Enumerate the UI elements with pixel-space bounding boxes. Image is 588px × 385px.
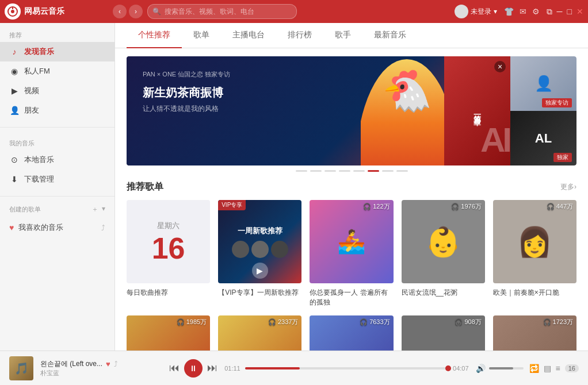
search-input[interactable] — [165, 7, 292, 16]
playlist-count-badge[interactable]: 16 — [565, 364, 579, 372]
player-heart-icon[interactable]: ♥ — [106, 360, 110, 368]
playlist-card-european[interactable]: 🎧 447万 👩 欧美｜前奏脆×开口脆 — [493, 200, 576, 307]
tab-ranking[interactable]: 排行榜 — [276, 23, 323, 48]
progress-fill — [245, 367, 300, 369]
maximize-icon[interactable]: □ — [567, 7, 572, 17]
playlist-card-img-folk: 🎧 1976万 👶 — [402, 200, 485, 283]
player-share-icon[interactable]: ⤴ — [114, 360, 118, 368]
logo-icon — [5, 3, 21, 20]
tab-recommend[interactable]: 个性推荐 — [127, 23, 182, 48]
video-icon: ▶ — [9, 86, 20, 95]
banner-side-top[interactable]: 👤 独家专访 — [510, 56, 576, 111]
playlist-grid-2: 🎧 1985万 🎧 2337万 — [127, 315, 576, 351]
playlist-card-img-daily: 星期六 16 — [127, 200, 210, 283]
user-area[interactable]: 未登录 ▾ — [455, 5, 497, 18]
playlist-card-2-2[interactable]: 🎧 2337万 — [218, 315, 301, 351]
sidebar-item-friends[interactable]: 👤 朋友 — [0, 101, 114, 120]
sidebar-item-download[interactable]: ⬇ 下载管理 — [0, 170, 114, 189]
nav-back-button[interactable]: ‹ — [113, 5, 127, 18]
playlist-card-2-3[interactable]: 🎧 7633万 — [310, 315, 393, 351]
playlist-title-european: 欧美｜前奏脆×开口脆 — [493, 288, 576, 298]
playlist-card-2-5[interactable]: 🎧 1723万 — [493, 315, 576, 351]
tab-latest[interactable]: 最新音乐 — [362, 23, 418, 48]
volume-bar[interactable] — [489, 367, 524, 369]
banner-right-red: 第一篇章 AI — [444, 56, 510, 165]
headphone-icon-4: 🎧 — [177, 318, 185, 326]
banner-dot-8[interactable] — [396, 170, 408, 172]
playlist-card-2-1[interactable]: 🎧 1985万 — [127, 315, 210, 351]
minimize-icon[interactable]: ─ — [557, 7, 563, 17]
headphone-icon-2: 🎧 — [451, 203, 459, 210]
lyrics-icon[interactable]: ≡ — [556, 364, 560, 373]
banner-visual: PAN × ONE 仙国之恋 独家专访 新生奶茶商振博 让人猜不透就是我的风格 … — [127, 56, 510, 165]
banner-close-button[interactable]: × — [494, 61, 506, 72]
download-icon: ⬇ — [9, 175, 20, 184]
play-count-2-5: 🎧 1723万 — [543, 318, 573, 326]
banner-side-bottom[interactable]: AL 独家 — [510, 111, 576, 165]
player-thumbnail: 🎵 — [9, 356, 33, 380]
more-link[interactable]: 更多› — [560, 182, 576, 192]
tab-radio[interactable]: 主播电台 — [221, 23, 276, 48]
vip-play-btn[interactable]: ▶ — [252, 263, 268, 279]
playlist-card-img-lonely: 🎧 122万 🚣 — [310, 200, 393, 283]
sidebar-item-video[interactable]: ▶ 视频 — [0, 81, 114, 101]
search-bar[interactable]: 🔍 — [147, 4, 297, 19]
side-top-person: 👤 — [534, 75, 553, 93]
artist-thumb-2 — [251, 241, 269, 258]
banner-dot-4[interactable] — [339, 170, 350, 172]
main-layout: 推荐 ♪ 发现音乐 ◉ 私人FM ▶ 视频 👤 朋友 我的音乐 ⊙ 本 — [0, 23, 588, 351]
playlist-card-daily[interactable]: 星期六 16 每日歌曲推荐 — [127, 200, 210, 307]
playlist-card-img-2-2: 🎧 2337万 — [218, 315, 301, 351]
app-logo: 网易云音乐 — [5, 3, 108, 20]
playlist-card-folk[interactable]: 🎧 1976万 👶 民谣女流氓__花粥 — [402, 200, 485, 307]
local-music-icon: ⊙ — [9, 155, 20, 164]
add-playlist-icon[interactable]: ＋ — [91, 205, 98, 214]
sidebar-item-local[interactable]: ⊙ 本地音乐 — [0, 150, 114, 170]
volume-icon[interactable]: 🔊 — [476, 364, 486, 373]
player-bar: 🎵 왼손끝에 (Left ove... ♥ ⤴ 朴宝蓝 ⏮ ⏸ ⏭ 01:11 … — [0, 351, 588, 385]
next-button[interactable]: ⏭ — [207, 362, 217, 374]
queue-icon[interactable]: ▤ — [544, 364, 551, 373]
artist-thumb-1 — [232, 241, 249, 258]
tab-playlist[interactable]: 歌单 — [182, 23, 221, 48]
nav-forward-button[interactable]: › — [129, 5, 143, 18]
dropdown-icon: ▾ — [494, 7, 497, 16]
playlist-card-2-4[interactable]: 🎧 908万 — [402, 315, 485, 351]
artist-thumb-3 — [271, 241, 288, 258]
banner-person: 🐔 — [361, 59, 453, 165]
banner-dot-5[interactable] — [353, 170, 365, 172]
banner-side: 👤 独家专访 AL 独家 — [510, 56, 576, 165]
playlist-card-vip[interactable]: VIP专享 一周新歌推荐 ▶ 【VIP专享】一周新歌推荐 — [218, 200, 301, 307]
banner-dot-6[interactable] — [368, 170, 379, 172]
restore-icon[interactable]: ⧉ — [547, 7, 552, 17]
folk-card-visual: 👶 — [402, 200, 485, 283]
sidebar-item-discover[interactable]: ♪ 发现音乐 — [0, 42, 114, 61]
banner-dot-3[interactable] — [324, 170, 336, 172]
playlist-card-lonely[interactable]: 🎧 122万 🚣 你总要孤身一人 尝遍所有的孤独 — [310, 200, 393, 307]
playlist-share-icon[interactable]: ⤴ — [101, 224, 105, 232]
mail-icon[interactable]: ✉ — [520, 7, 526, 16]
sidebar-item-fm[interactable]: ◉ 私人FM — [0, 61, 114, 81]
banner-dot-2[interactable] — [310, 170, 322, 172]
prev-button[interactable]: ⏮ — [169, 362, 180, 374]
player-controls: ⏮ ⏸ ⏭ — [169, 359, 217, 378]
expand-icon[interactable]: ▾ — [102, 205, 105, 214]
sidebar: 推荐 ♪ 发现音乐 ◉ 私人FM ▶ 视频 👤 朋友 我的音乐 ⊙ 本 — [0, 23, 115, 351]
sidebar-item-liked[interactable]: ♥ 我喜欢的音乐 ⤴ — [0, 218, 114, 237]
banner-dot-1[interactable] — [296, 170, 307, 172]
mascot-icon: 🐔 — [382, 71, 432, 111]
repeat-icon[interactable]: 🔁 — [529, 364, 539, 373]
settings-icon[interactable]: ⚙ — [532, 7, 540, 16]
tab-artist[interactable]: 歌手 — [323, 23, 362, 48]
created-header-icons: ＋ ▾ — [91, 205, 105, 214]
volume-area: 🔊 — [476, 364, 524, 373]
volume-fill — [489, 367, 513, 369]
pause-button[interactable]: ⏸ — [184, 359, 203, 378]
created-header: 创建的歌单 ＋ ▾ — [0, 201, 114, 218]
app-title: 网易云音乐 — [24, 6, 64, 17]
progress-bar[interactable] — [245, 367, 448, 369]
shirt-icon[interactable]: 👕 — [504, 7, 514, 16]
close-icon[interactable]: ✕ — [576, 7, 583, 17]
playlist-grid: 星期六 16 每日歌曲推荐 VIP专享 一周新歌推荐 — [127, 200, 576, 307]
banner-dot-7[interactable] — [382, 170, 394, 172]
